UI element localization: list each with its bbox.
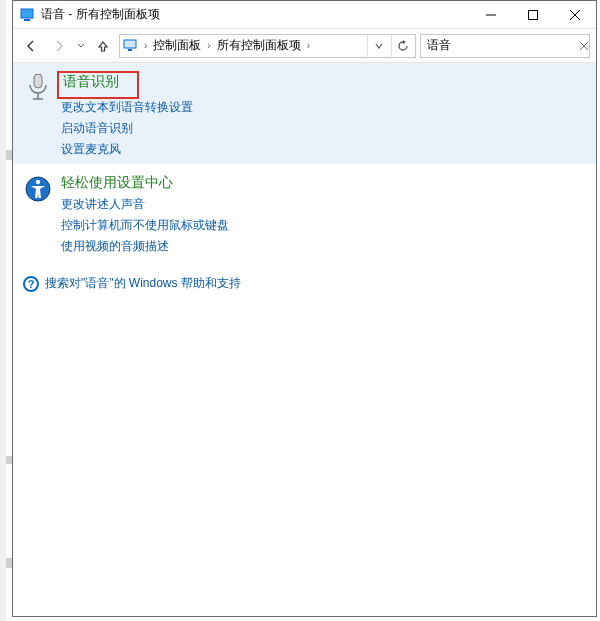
control-panel-icon [19, 7, 35, 23]
window-title: 语音 - 所有控制面板项 [41, 6, 470, 23]
category-link[interactable]: 更改讲述人声音 [61, 196, 586, 213]
svg-rect-7 [128, 49, 132, 51]
breadcrumb-item[interactable]: 控制面板 [151, 37, 203, 54]
help-link[interactable]: 搜索对"语音"的 Windows 帮助和支持 [45, 275, 241, 292]
highlight-annotation: 语音识别 [57, 71, 139, 99]
category-link[interactable]: 设置麦克风 [61, 141, 586, 158]
svg-rect-1 [24, 19, 30, 21]
category-links: 更改文本到语音转换设置 启动语音识别 设置麦克风 [61, 99, 586, 158]
edge-artifact [6, 150, 12, 160]
category-links: 更改讲述人声音 控制计算机而不使用鼠标或键盘 使用视频的音频描述 [61, 196, 586, 255]
close-button[interactable] [554, 1, 596, 29]
chevron-right-icon[interactable]: › [142, 40, 149, 51]
window: 语音 - 所有控制面板项 [12, 0, 597, 617]
minimize-button[interactable] [470, 1, 512, 29]
breadcrumb-item[interactable]: 所有控制面板项 [215, 37, 303, 54]
window-buttons [470, 1, 596, 29]
svg-rect-0 [21, 9, 33, 18]
nav-row: › 控制面板 › 所有控制面板项 › [13, 29, 596, 63]
address-dropdown[interactable] [367, 35, 389, 57]
content-area: 语音识别 更改文本到语音转换设置 启动语音识别 设置麦克风 [13, 63, 596, 616]
svg-rect-3 [529, 10, 538, 19]
history-dropdown[interactable] [75, 34, 87, 58]
category-link[interactable]: 控制计算机而不使用鼠标或键盘 [61, 217, 586, 234]
up-button[interactable] [91, 34, 115, 58]
category-title[interactable]: 语音识别 [63, 73, 119, 91]
category-ease-of-access[interactable]: 轻松使用设置中心 更改讲述人声音 控制计算机而不使用鼠标或键盘 使用视频的音频描… [13, 164, 596, 261]
help-icon: ? [23, 276, 39, 292]
category-link[interactable]: 使用视频的音频描述 [61, 238, 586, 255]
titlebar: 语音 - 所有控制面板项 [13, 1, 596, 29]
address-bar[interactable]: › 控制面板 › 所有控制面板项 › [119, 34, 416, 58]
category-link[interactable]: 更改文本到语音转换设置 [61, 99, 586, 116]
ease-of-access-icon [23, 174, 53, 204]
chevron-right-icon[interactable]: › [205, 40, 212, 51]
category-speech-recognition[interactable]: 语音识别 更改文本到语音转换设置 启动语音识别 设置麦克风 [13, 63, 596, 164]
search-input[interactable] [425, 38, 579, 54]
maximize-button[interactable] [512, 1, 554, 29]
forward-button[interactable] [47, 34, 71, 58]
back-button[interactable] [19, 34, 43, 58]
edge-artifact [6, 558, 12, 568]
svg-point-15 [36, 180, 40, 184]
category-body: 轻松使用设置中心 更改讲述人声音 控制计算机而不使用鼠标或键盘 使用视频的音频描… [61, 174, 586, 255]
chevron-right-icon[interactable]: › [305, 40, 312, 51]
svg-rect-6 [124, 40, 136, 48]
category-body: 语音识别 更改文本到语音转换设置 启动语音识别 设置麦克风 [61, 73, 586, 158]
category-title[interactable]: 轻松使用设置中心 [61, 174, 586, 192]
refresh-button[interactable] [391, 35, 413, 57]
edge-artifact [6, 456, 12, 464]
help-row: ? 搜索对"语音"的 Windows 帮助和支持 [13, 261, 596, 292]
svg-rect-10 [34, 74, 42, 88]
microphone-icon [23, 73, 53, 103]
clear-search-button[interactable] [579, 37, 589, 55]
category-link[interactable]: 启动语音识别 [61, 120, 586, 137]
monitor-icon [122, 37, 140, 55]
search-box[interactable] [420, 34, 590, 58]
